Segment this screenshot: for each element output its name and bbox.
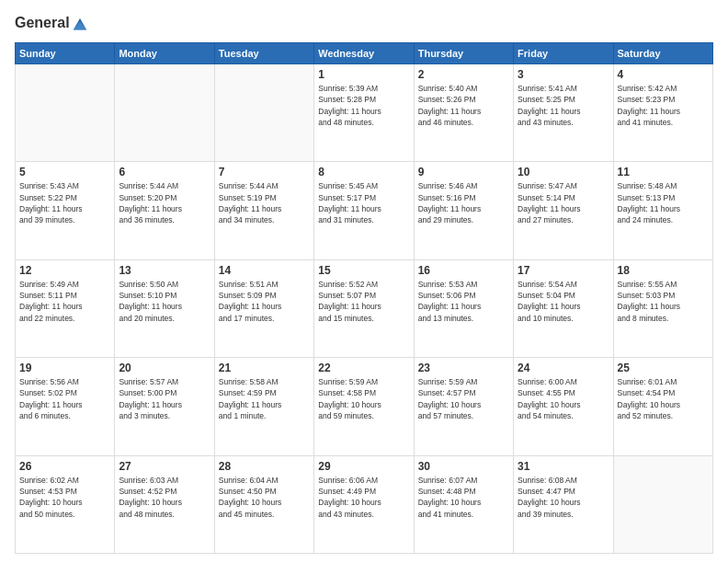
calendar-cell: 22Sunrise: 5:59 AM Sunset: 4:58 PM Dayli…	[314, 358, 414, 455]
calendar-cell: 8Sunrise: 5:45 AM Sunset: 5:17 PM Daylig…	[314, 162, 414, 259]
day-number: 23	[418, 362, 509, 374]
calendar-header-wednesday: Wednesday	[314, 43, 414, 64]
calendar-header-row: SundayMondayTuesdayWednesdayThursdayFrid…	[16, 43, 713, 64]
day-info: Sunrise: 6:00 AM Sunset: 4:55 PM Dayligh…	[518, 376, 609, 421]
calendar-cell: 10Sunrise: 5:47 AM Sunset: 5:14 PM Dayli…	[514, 162, 613, 259]
day-info: Sunrise: 5:59 AM Sunset: 4:57 PM Dayligh…	[418, 376, 509, 421]
day-info: Sunrise: 5:40 AM Sunset: 5:26 PM Dayligh…	[418, 83, 509, 128]
day-number: 29	[318, 460, 409, 473]
day-number: 22	[318, 362, 409, 374]
calendar-week-row: 1Sunrise: 5:39 AM Sunset: 5:28 PM Daylig…	[16, 64, 713, 162]
logo: General	[15, 15, 88, 33]
day-info: Sunrise: 6:08 AM Sunset: 4:47 PM Dayligh…	[518, 475, 609, 520]
calendar-week-row: 19Sunrise: 5:56 AM Sunset: 5:02 PM Dayli…	[16, 358, 713, 455]
calendar-week-row: 12Sunrise: 5:49 AM Sunset: 5:11 PM Dayli…	[16, 259, 713, 357]
day-info: Sunrise: 5:50 AM Sunset: 5:10 PM Dayligh…	[119, 279, 210, 324]
day-number: 25	[618, 362, 709, 374]
day-number: 7	[219, 166, 310, 178]
day-info: Sunrise: 5:41 AM Sunset: 5:25 PM Dayligh…	[518, 83, 609, 128]
day-info: Sunrise: 5:48 AM Sunset: 5:13 PM Dayligh…	[618, 180, 709, 225]
calendar-cell: 12Sunrise: 5:49 AM Sunset: 5:11 PM Dayli…	[16, 259, 115, 357]
calendar-cell: 25Sunrise: 6:01 AM Sunset: 4:54 PM Dayli…	[613, 358, 712, 455]
day-number: 2	[418, 68, 509, 81]
calendar-cell: 3Sunrise: 5:41 AM Sunset: 5:25 PM Daylig…	[514, 64, 613, 162]
calendar-cell: 5Sunrise: 5:43 AM Sunset: 5:22 PM Daylig…	[16, 162, 115, 259]
calendar-cell: 28Sunrise: 6:04 AM Sunset: 4:50 PM Dayli…	[214, 455, 313, 553]
day-number: 20	[119, 362, 210, 374]
calendar-header-tuesday: Tuesday	[214, 43, 313, 64]
day-number: 15	[318, 264, 409, 277]
calendar-cell: 21Sunrise: 5:58 AM Sunset: 4:59 PM Dayli…	[214, 358, 313, 455]
day-info: Sunrise: 6:07 AM Sunset: 4:48 PM Dayligh…	[418, 475, 509, 520]
calendar-cell: 19Sunrise: 5:56 AM Sunset: 5:02 PM Dayli…	[16, 358, 115, 455]
calendar-cell: 6Sunrise: 5:44 AM Sunset: 5:20 PM Daylig…	[115, 162, 214, 259]
calendar-header-saturday: Saturday	[613, 43, 712, 64]
calendar-cell: 30Sunrise: 6:07 AM Sunset: 4:48 PM Dayli…	[414, 455, 513, 553]
logo-general: General	[15, 15, 88, 33]
day-info: Sunrise: 5:45 AM Sunset: 5:17 PM Dayligh…	[318, 180, 409, 225]
day-info: Sunrise: 5:39 AM Sunset: 5:28 PM Dayligh…	[318, 83, 409, 128]
svg-marker-1	[73, 21, 85, 29]
day-info: Sunrise: 5:57 AM Sunset: 5:00 PM Dayligh…	[119, 376, 210, 421]
day-number: 13	[119, 264, 210, 277]
calendar-cell: 24Sunrise: 6:00 AM Sunset: 4:55 PM Dayli…	[514, 358, 613, 455]
day-number: 8	[318, 166, 409, 178]
calendar-cell: 20Sunrise: 5:57 AM Sunset: 5:00 PM Dayli…	[115, 358, 214, 455]
day-number: 30	[418, 460, 509, 473]
day-info: Sunrise: 5:43 AM Sunset: 5:22 PM Dayligh…	[19, 180, 110, 225]
calendar-cell: 17Sunrise: 5:54 AM Sunset: 5:04 PM Dayli…	[514, 259, 613, 357]
day-info: Sunrise: 5:42 AM Sunset: 5:23 PM Dayligh…	[618, 83, 709, 128]
day-number: 28	[219, 460, 310, 473]
day-number: 9	[418, 166, 509, 178]
day-number: 14	[219, 264, 310, 277]
calendar-cell: 2Sunrise: 5:40 AM Sunset: 5:26 PM Daylig…	[414, 64, 513, 162]
day-number: 24	[518, 362, 609, 374]
day-number: 18	[618, 264, 709, 277]
day-number: 16	[418, 264, 509, 277]
calendar-cell: 18Sunrise: 5:55 AM Sunset: 5:03 PM Dayli…	[613, 259, 712, 357]
calendar-cell	[16, 64, 115, 162]
day-info: Sunrise: 5:46 AM Sunset: 5:16 PM Dayligh…	[418, 180, 509, 225]
calendar-cell: 16Sunrise: 5:53 AM Sunset: 5:06 PM Dayli…	[414, 259, 513, 357]
calendar-cell: 9Sunrise: 5:46 AM Sunset: 5:16 PM Daylig…	[414, 162, 513, 259]
calendar-cell: 29Sunrise: 6:06 AM Sunset: 4:49 PM Dayli…	[314, 455, 414, 553]
calendar-cell: 26Sunrise: 6:02 AM Sunset: 4:53 PM Dayli…	[16, 455, 115, 553]
calendar-cell: 11Sunrise: 5:48 AM Sunset: 5:13 PM Dayli…	[613, 162, 712, 259]
header: General	[15, 15, 713, 33]
day-number: 17	[518, 264, 609, 277]
calendar-cell: 13Sunrise: 5:50 AM Sunset: 5:10 PM Dayli…	[115, 259, 214, 357]
day-info: Sunrise: 6:01 AM Sunset: 4:54 PM Dayligh…	[618, 376, 709, 421]
calendar-cell: 7Sunrise: 5:44 AM Sunset: 5:19 PM Daylig…	[214, 162, 313, 259]
day-number: 3	[518, 68, 609, 81]
day-info: Sunrise: 5:51 AM Sunset: 5:09 PM Dayligh…	[219, 279, 310, 324]
day-info: Sunrise: 6:03 AM Sunset: 4:52 PM Dayligh…	[119, 475, 210, 520]
day-info: Sunrise: 6:02 AM Sunset: 4:53 PM Dayligh…	[19, 475, 110, 520]
calendar-cell: 14Sunrise: 5:51 AM Sunset: 5:09 PM Dayli…	[214, 259, 313, 357]
day-info: Sunrise: 5:54 AM Sunset: 5:04 PM Dayligh…	[518, 279, 609, 324]
day-info: Sunrise: 5:52 AM Sunset: 5:07 PM Dayligh…	[318, 279, 409, 324]
calendar-cell: 1Sunrise: 5:39 AM Sunset: 5:28 PM Daylig…	[314, 64, 414, 162]
logo-text: General	[15, 15, 88, 33]
calendar-week-row: 26Sunrise: 6:02 AM Sunset: 4:53 PM Dayli…	[16, 455, 713, 553]
day-info: Sunrise: 5:44 AM Sunset: 5:20 PM Dayligh…	[119, 180, 210, 225]
day-number: 5	[19, 166, 110, 178]
calendar-cell: 23Sunrise: 5:59 AM Sunset: 4:57 PM Dayli…	[414, 358, 513, 455]
calendar-header-monday: Monday	[115, 43, 214, 64]
calendar-cell	[214, 64, 313, 162]
day-number: 26	[19, 460, 110, 473]
day-info: Sunrise: 5:49 AM Sunset: 5:11 PM Dayligh…	[19, 279, 110, 324]
page-container: General SundayMondayTuesdayWednesdayThur…	[0, 0, 728, 563]
day-info: Sunrise: 5:56 AM Sunset: 5:02 PM Dayligh…	[19, 376, 110, 421]
calendar-cell: 4Sunrise: 5:42 AM Sunset: 5:23 PM Daylig…	[613, 64, 712, 162]
calendar-header-sunday: Sunday	[16, 43, 115, 64]
day-info: Sunrise: 5:47 AM Sunset: 5:14 PM Dayligh…	[518, 180, 609, 225]
calendar-cell	[115, 64, 214, 162]
day-number: 1	[318, 68, 409, 81]
day-number: 19	[19, 362, 110, 374]
day-info: Sunrise: 5:44 AM Sunset: 5:19 PM Dayligh…	[219, 180, 310, 225]
day-info: Sunrise: 6:06 AM Sunset: 4:49 PM Dayligh…	[318, 475, 409, 520]
day-number: 11	[618, 166, 709, 178]
calendar-header-thursday: Thursday	[414, 43, 513, 64]
calendar-cell	[613, 455, 712, 553]
day-info: Sunrise: 5:59 AM Sunset: 4:58 PM Dayligh…	[318, 376, 409, 421]
